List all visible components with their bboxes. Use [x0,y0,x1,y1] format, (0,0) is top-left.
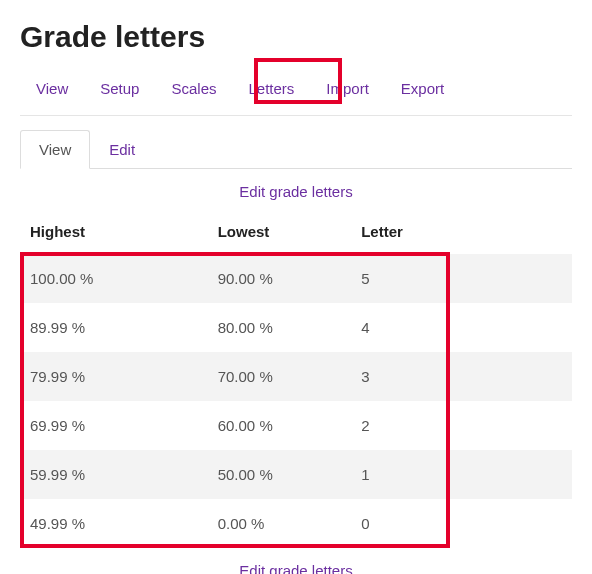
cell-lowest: 90.00 % [208,254,352,303]
table-row: 69.99 % 60.00 % 2 [20,401,572,450]
main-tab-bar: View Setup Scales Letters Import Export [20,68,572,116]
tab-view[interactable]: View [34,74,70,103]
col-header-letter: Letter [351,211,572,254]
tab-setup[interactable]: Setup [98,74,141,103]
cell-highest: 59.99 % [20,450,208,499]
table-row: 49.99 % 0.00 % 0 [20,499,572,548]
cell-letter: 5 [351,254,572,303]
edit-grade-letters-link-bottom[interactable]: Edit grade letters [239,562,352,574]
cell-lowest: 60.00 % [208,401,352,450]
tab-import[interactable]: Import [324,74,371,103]
col-header-lowest: Lowest [208,211,352,254]
cell-highest: 89.99 % [20,303,208,352]
grade-letters-table: Highest Lowest Letter 100.00 % 90.00 % 5… [20,211,572,548]
cell-lowest: 0.00 % [208,499,352,548]
cell-letter: 2 [351,401,572,450]
edit-grade-letters-link-top[interactable]: Edit grade letters [239,183,352,200]
sub-tab-bar: View Edit [20,130,572,169]
cell-lowest: 70.00 % [208,352,352,401]
tab-scales[interactable]: Scales [169,74,218,103]
table-row: 59.99 % 50.00 % 1 [20,450,572,499]
col-header-highest: Highest [20,211,208,254]
cell-letter: 3 [351,352,572,401]
cell-lowest: 80.00 % [208,303,352,352]
cell-letter: 0 [351,499,572,548]
cell-highest: 79.99 % [20,352,208,401]
cell-highest: 69.99 % [20,401,208,450]
cell-highest: 49.99 % [20,499,208,548]
page-title: Grade letters [20,20,572,54]
table-row: 89.99 % 80.00 % 4 [20,303,572,352]
cell-letter: 4 [351,303,572,352]
cell-lowest: 50.00 % [208,450,352,499]
table-row: 100.00 % 90.00 % 5 [20,254,572,303]
subtab-view[interactable]: View [20,130,90,169]
table-row: 79.99 % 70.00 % 3 [20,352,572,401]
cell-highest: 100.00 % [20,254,208,303]
cell-letter: 1 [351,450,572,499]
tab-letters[interactable]: Letters [246,74,296,103]
tab-export[interactable]: Export [399,74,446,103]
subtab-edit[interactable]: Edit [90,130,154,169]
